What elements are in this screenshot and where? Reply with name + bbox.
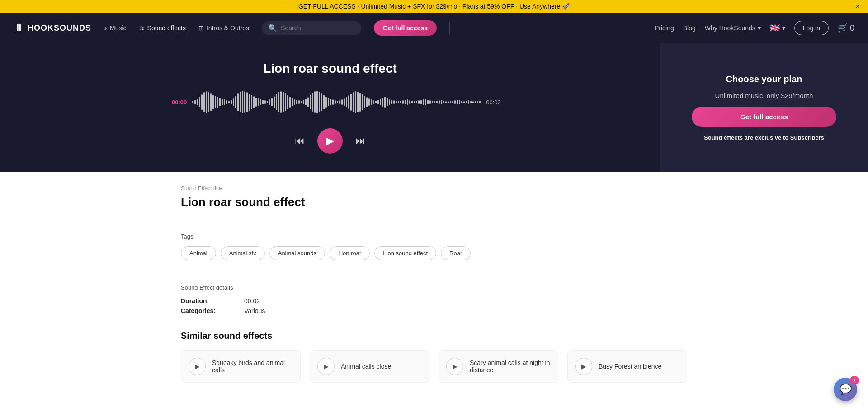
chat-bubble[interactable]: 💬 7 (834, 378, 857, 401)
similar-card: ▶ Animal calls close (310, 350, 429, 383)
tag-item[interactable]: Lion sound effect (374, 246, 436, 260)
pricing-link[interactable]: Pricing (655, 24, 674, 32)
similar-card: ▶ Busy Forest ambience (567, 350, 687, 383)
nav-right: Pricing Blog Why HookSounds ▾ 🇬🇧 ▾ Log i… (655, 21, 854, 35)
tag-item[interactable]: Roar (441, 246, 471, 260)
similar-play-button[interactable]: ▶ (446, 358, 463, 375)
divider-2 (181, 273, 687, 273)
time-end: 00:02 (486, 99, 501, 106)
similar-item-name: Animal calls close (341, 363, 391, 370)
similar-title: Similar sound effects (181, 331, 687, 341)
similar-play-button[interactable]: ▶ (575, 358, 592, 375)
time-start: 00:00 (172, 99, 187, 106)
duration-row: Duration: 00:02 (181, 297, 687, 304)
duration-val: 00:02 (244, 297, 260, 304)
tag-item[interactable]: Animal (181, 246, 216, 260)
plan-note: Sound effects are exclusive to Subscribe… (704, 134, 824, 141)
login-button[interactable]: Log in (794, 21, 829, 35)
music-icon: ♪ (104, 24, 107, 32)
language-dropdown[interactable]: 🇬🇧 ▾ (770, 23, 785, 33)
logo-text: HOOKSOUNDS (28, 23, 91, 33)
top-banner: GET FULL ACCESS · Unlimited Music + SFX … (0, 0, 868, 13)
fast-forward-button[interactable]: ⏭ (355, 135, 365, 147)
logo-link[interactable]: ⏸ HOOKSOUNDS (14, 22, 91, 34)
hero-get-full-access-button[interactable]: Get full access (692, 107, 836, 127)
plan-title: Choose your plan (726, 74, 802, 84)
tags-list: AnimalAnimal sfxAnimal soundsLion roarLi… (181, 246, 687, 260)
categories-row: Categories: Various (181, 307, 687, 314)
banner-text: GET FULL ACCESS · Unlimited Music + SFX … (298, 3, 570, 10)
search-input[interactable] (281, 24, 355, 32)
search-icon: 🔍 (268, 24, 277, 33)
nav-intros-outros[interactable]: ⊞ Intros & Outros (198, 23, 249, 33)
similar-grid: ▶ Squeaky birds and animal calls ▶ Anima… (181, 350, 687, 383)
divider-1 (181, 222, 687, 222)
content-section: Sound Effect title Lion roar sound effec… (163, 172, 705, 331)
hero-left: Lion roar sound effect 00:00 00:02 ⏮ ▶ ⏭ (0, 43, 660, 172)
categories-val: Various (244, 307, 265, 314)
similar-play-button[interactable]: ▶ (189, 358, 206, 375)
chat-icon: 💬 (840, 384, 852, 395)
nav-music[interactable]: ♪ Music (104, 23, 127, 33)
similar-card: ▶ Squeaky birds and animal calls (181, 350, 301, 383)
navbar: ⏸ HOOKSOUNDS ♪ Music ≋ Sound effects ⊞ I… (0, 13, 868, 43)
similar-section: Similar sound effects ▶ Squeaky birds an… (163, 331, 705, 401)
waveform-container: 00:00 00:02 (172, 89, 488, 116)
player-controls: ⏮ ▶ ⏭ (295, 128, 365, 154)
banner-close-button[interactable]: × (855, 2, 860, 11)
nav-divider (449, 22, 450, 34)
duration-key: Duration: (181, 297, 244, 304)
details-label: Sound Effect details (181, 284, 687, 291)
flag-icon: 🇬🇧 (770, 23, 780, 33)
chevron-down-icon-lang: ▾ (782, 24, 785, 32)
section-label: Sound Effect title (181, 185, 687, 192)
hero-title: Lion roar sound effect (263, 61, 397, 76)
rewind-button[interactable]: ⏮ (295, 135, 305, 147)
tag-item[interactable]: Animal sounds (269, 246, 325, 260)
similar-card: ▶ Scary animal calls at night in distanc… (439, 350, 558, 383)
chevron-down-icon: ▾ (758, 24, 761, 32)
logo-icon: ⏸ (14, 22, 24, 34)
similar-play-button[interactable]: ▶ (317, 358, 335, 375)
hero-section: Lion roar sound effect 00:00 00:02 ⏮ ▶ ⏭… (0, 43, 868, 172)
similar-item-name: Squeaky birds and animal calls (212, 359, 293, 374)
tag-item[interactable]: Lion roar (330, 246, 370, 260)
waveform (192, 89, 481, 116)
nav-sound-effects[interactable]: ≋ Sound effects (139, 23, 186, 33)
tags-label: Tags (181, 233, 687, 240)
search-box[interactable]: 🔍 (262, 21, 361, 35)
tag-item[interactable]: Animal sfx (221, 246, 265, 260)
sound-effects-icon: ≋ (139, 24, 145, 32)
section-title: Lion roar sound effect (181, 195, 687, 209)
navbar-get-full-access-button[interactable]: Get full access (374, 20, 437, 36)
intros-icon: ⊞ (198, 24, 204, 32)
categories-link[interactable]: Various (244, 307, 265, 314)
plan-subtitle: Unlimited music, only $29/month (715, 92, 813, 99)
hero-right: Choose your plan Unlimited music, only $… (660, 43, 868, 172)
blog-link[interactable]: Blog (683, 24, 696, 32)
categories-key: Categories: (181, 307, 244, 314)
similar-item-name: Busy Forest ambience (599, 363, 661, 370)
why-hooksounds-dropdown[interactable]: Why HookSounds ▾ (705, 24, 761, 32)
chat-badge: 7 (850, 376, 859, 385)
play-button[interactable]: ▶ (317, 128, 343, 154)
similar-item-name: Scary animal calls at night in distance (470, 359, 551, 374)
cart-icon[interactable]: 🛒 0 (838, 23, 854, 33)
